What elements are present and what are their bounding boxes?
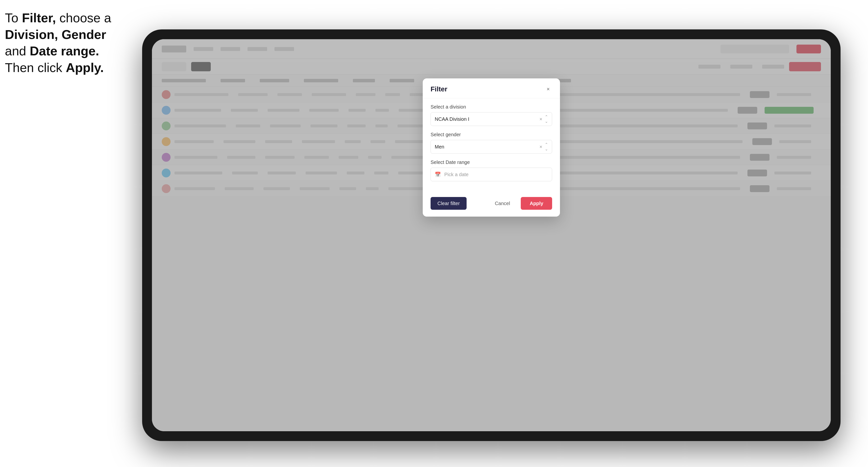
instruction-text: To Filter, choose a Division, Gender and…	[5, 10, 142, 76]
division-clear-button[interactable]: ×	[539, 116, 542, 122]
clear-filter-button[interactable]: Clear filter	[431, 197, 467, 210]
cancel-button[interactable]: Cancel	[488, 197, 517, 210]
instruction-line3: and Date range.	[5, 43, 142, 60]
instruction-line2: Division, Gender	[5, 27, 142, 43]
instruction-bold-apply: Apply.	[66, 61, 104, 75]
gender-select[interactable]: Men × ⌃⌄	[431, 140, 552, 154]
gender-select-value: Men	[435, 144, 539, 150]
apply-button[interactable]: Apply	[521, 197, 552, 210]
division-select[interactable]: NCAA Division I × ⌃⌄	[431, 112, 552, 126]
modal-header: Filter ×	[423, 79, 560, 98]
date-label: Select Date range	[431, 159, 552, 165]
instruction-bold-date: Date range.	[30, 44, 99, 58]
instruction-line4: Then click Apply.	[5, 60, 142, 76]
gender-select-actions: × ⌃⌄	[539, 142, 548, 151]
instruction-bold-division-gender: Division, Gender	[5, 27, 106, 42]
tablet-device: Filter × Select a division NCAA Division…	[142, 29, 841, 441]
modal-title: Filter	[431, 85, 447, 93]
division-select-value: NCAA Division I	[435, 116, 539, 122]
modal-overlay: Filter × Select a division NCAA Division…	[152, 39, 831, 431]
division-chevron-icon: ⌃⌄	[545, 115, 548, 124]
date-picker[interactable]: 📅 Pick a date	[431, 167, 552, 181]
division-field-group: Select a division NCAA Division I × ⌃⌄	[431, 104, 552, 126]
division-label: Select a division	[431, 104, 552, 110]
division-select-actions: × ⌃⌄	[539, 115, 548, 124]
filter-modal: Filter × Select a division NCAA Division…	[423, 79, 560, 217]
date-field-group: Select Date range 📅 Pick a date	[431, 159, 552, 181]
gender-field-group: Select gender Men × ⌃⌄	[431, 132, 552, 154]
modal-footer-right: Cancel Apply	[488, 197, 552, 210]
modal-body: Select a division NCAA Division I × ⌃⌄ S…	[423, 98, 560, 193]
modal-close-button[interactable]: ×	[544, 85, 552, 93]
calendar-icon: 📅	[435, 172, 441, 177]
modal-footer: Clear filter Cancel Apply	[423, 193, 560, 217]
gender-label: Select gender	[431, 132, 552, 137]
date-placeholder: Pick a date	[444, 172, 469, 177]
gender-clear-button[interactable]: ×	[539, 144, 542, 150]
tablet-screen: Filter × Select a division NCAA Division…	[152, 39, 831, 431]
instruction-bold-filter: Filter,	[22, 11, 56, 25]
instruction-line1: To Filter, choose a	[5, 10, 142, 27]
gender-chevron-icon: ⌃⌄	[545, 142, 548, 151]
